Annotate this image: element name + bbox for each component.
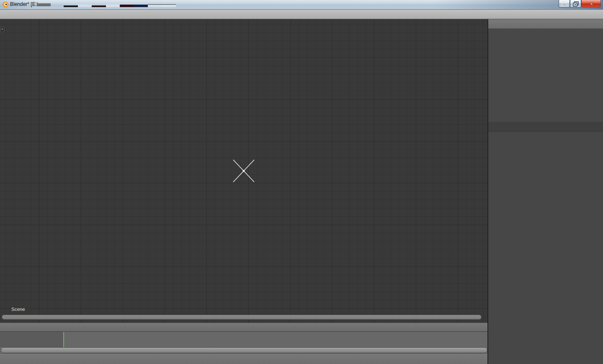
svg-text:x: x [590,0,593,7]
